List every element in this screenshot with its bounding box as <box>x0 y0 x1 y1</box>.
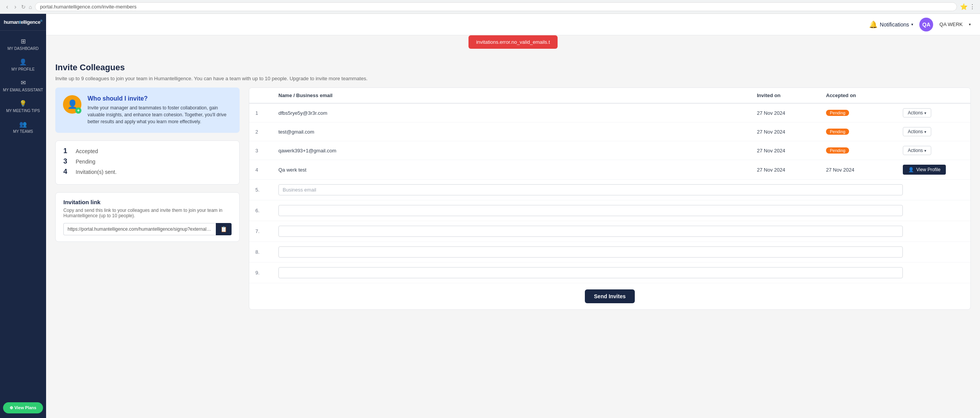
error-banner: invitations.error.no_valid_emails.t <box>468 35 558 49</box>
col-invited: Invited on <box>757 93 826 98</box>
invites-table: Name / Business email Invited on Accepte… <box>249 88 971 310</box>
chevron-down-icon: ▾ <box>911 22 913 26</box>
page-title: Invite Colleagues <box>46 55 980 73</box>
row-num: 5. <box>255 187 278 193</box>
sidebar-item-teams[interactable]: 👥 MY TEAMS <box>0 117 46 137</box>
copy-link-button[interactable]: 📋 <box>216 223 232 235</box>
table-row: 7. <box>249 221 970 242</box>
invitation-link-section: Invitation link Copy and send this link … <box>55 192 240 242</box>
row-action: Actions ▾ <box>903 108 964 117</box>
email-input-6[interactable] <box>278 205 903 216</box>
page-subtitle: Invite up to 9 colleagues to join your t… <box>46 74 980 88</box>
teams-icon: 👥 <box>19 121 27 128</box>
sidebar-item-profile[interactable]: 👤 MY PROFILE <box>0 55 46 75</box>
invite-link-input[interactable] <box>63 223 216 235</box>
sidebar-nav: ⊞ MY DASHBOARD 👤 MY PROFILE ✉ MY EMAIL A… <box>0 34 46 398</box>
actions-chevron-icon: ▾ <box>924 149 926 153</box>
table-row: 8. <box>249 242 970 263</box>
view-profile-button[interactable]: 👤 View Profile <box>903 165 946 175</box>
row-num: 7. <box>255 228 278 234</box>
row-invited: 27 Nov 2024 <box>757 129 826 135</box>
bell-icon: 🔔 <box>869 20 877 29</box>
sidebar-item-email[interactable]: ✉ MY EMAIL ASSISTANT <box>0 75 46 96</box>
row-accepted: Pending <box>826 110 903 116</box>
table-row: 5. <box>249 180 970 200</box>
row-num: 4 <box>255 167 278 173</box>
row-accepted: Pending <box>826 129 903 135</box>
col-action <box>903 93 964 98</box>
stat-pending-num: 3 <box>63 157 71 165</box>
actions-button[interactable]: Actions ▾ <box>903 108 931 117</box>
col-email: Name / Business email <box>278 93 757 98</box>
stats-box: 1 Accepted 3 Pending 4 Invitation(s) sen… <box>55 140 240 185</box>
table-row: 4 Qa werk test 27 Nov 2024 27 Nov 2024 👤… <box>249 160 970 180</box>
row-num: 1 <box>255 110 278 116</box>
address-bar[interactable]: portal.humantelligence.com/invite-member… <box>35 2 957 11</box>
app-container: humantelligence® ⊞ MY DASHBOARD 👤 MY PRO… <box>0 14 980 418</box>
row-num: 2 <box>255 129 278 135</box>
row-action: Actions ▾ <box>903 146 964 155</box>
col-num <box>255 93 278 98</box>
actions-chevron-icon: ▾ <box>924 130 926 134</box>
user-name[interactable]: QA WERK <box>939 21 963 27</box>
row-num: 8. <box>255 249 278 255</box>
status-badge: Pending <box>826 147 849 154</box>
status-badge: Pending <box>826 110 849 116</box>
info-card: 👤 + Who should I invite? Invite your man… <box>55 88 240 133</box>
plus-icon: + <box>75 107 81 114</box>
row-action: 👤 View Profile <box>903 165 964 175</box>
email-input-9[interactable] <box>278 267 903 278</box>
left-column: 👤 + Who should I invite? Invite your man… <box>55 88 240 310</box>
actions-button[interactable]: Actions ▾ <box>903 127 931 136</box>
table-row: 9. <box>249 263 970 283</box>
stat-sent-num: 4 <box>63 168 71 176</box>
back-button[interactable]: ‹ <box>5 3 10 10</box>
notifications-label: Notifications <box>880 21 909 28</box>
row-num: 6. <box>255 208 278 213</box>
send-invites-button[interactable]: Send Invites <box>585 289 635 303</box>
row-accepted: Pending <box>826 147 903 154</box>
table-header: Name / Business email Invited on Accepte… <box>249 88 970 104</box>
email-input-8[interactable] <box>278 246 903 258</box>
profile-icon: 👤 <box>19 58 27 66</box>
info-card-text: Invite your manager and teammates to fos… <box>88 104 232 125</box>
actions-button[interactable]: Actions ▾ <box>903 146 931 155</box>
stat-accepted-label: Accepted <box>76 148 98 154</box>
two-col-layout: 👤 + Who should I invite? Invite your man… <box>46 88 980 319</box>
sidebar-item-meeting[interactable]: 💡 MY MEETING TIPS <box>0 96 46 117</box>
notifications-button[interactable]: 🔔 Notifications ▾ <box>869 20 913 29</box>
row-email: dfbs5rye5y@3r3r.com <box>278 110 757 116</box>
avatar[interactable]: QA <box>919 18 933 31</box>
stat-sent-label: Invitation(s) sent. <box>76 169 117 175</box>
table-row: 3 qawerk393+1@gmail.com 27 Nov 2024 Pend… <box>249 141 970 160</box>
refresh-button[interactable]: ↻ <box>21 4 26 10</box>
row-invited: 27 Nov 2024 <box>757 110 826 116</box>
invite-link-input-row: 📋 <box>63 223 232 235</box>
browser-chrome: ‹ › ↻ ⌂ portal.humantelligence.com/invit… <box>0 0 980 14</box>
home-button[interactable]: ⌂ <box>29 4 32 10</box>
info-card-content: Who should I invite? Invite your manager… <box>88 95 232 125</box>
sidebar-item-label: MY DASHBOARD <box>8 46 39 51</box>
view-plans-button[interactable]: ⊕ View Plans <box>3 402 43 413</box>
sidebar-item-dashboard[interactable]: ⊞ MY DASHBOARD <box>0 34 46 55</box>
sidebar-item-label: MY PROFILE <box>12 67 35 71</box>
logo-text: humantelligence® <box>4 19 43 25</box>
url-text: portal.humantelligence.com/invite-member… <box>40 4 136 10</box>
email-input-5[interactable] <box>278 184 903 195</box>
row-num: 3 <box>255 148 278 154</box>
row-email-input <box>278 184 903 195</box>
email-input-7[interactable] <box>278 226 903 237</box>
invite-link-desc: Copy and send this link to your colleagu… <box>63 208 232 218</box>
row-email: Qa werk test <box>278 167 757 173</box>
email-icon: ✉ <box>21 79 26 86</box>
row-email-input <box>278 226 903 237</box>
forward-button[interactable]: › <box>13 3 18 10</box>
sidebar-item-label: MY EMAIL ASSISTANT <box>3 88 43 92</box>
row-accepted: 27 Nov 2024 <box>826 167 903 173</box>
info-icon: 👤 + <box>63 95 81 114</box>
stat-pending: 3 Pending <box>63 157 232 165</box>
browser-actions: ⭐ ⋮ <box>960 3 975 10</box>
person-icon: 👤 <box>908 167 914 172</box>
meeting-icon: 💡 <box>19 100 27 107</box>
status-badge: Pending <box>826 129 849 135</box>
